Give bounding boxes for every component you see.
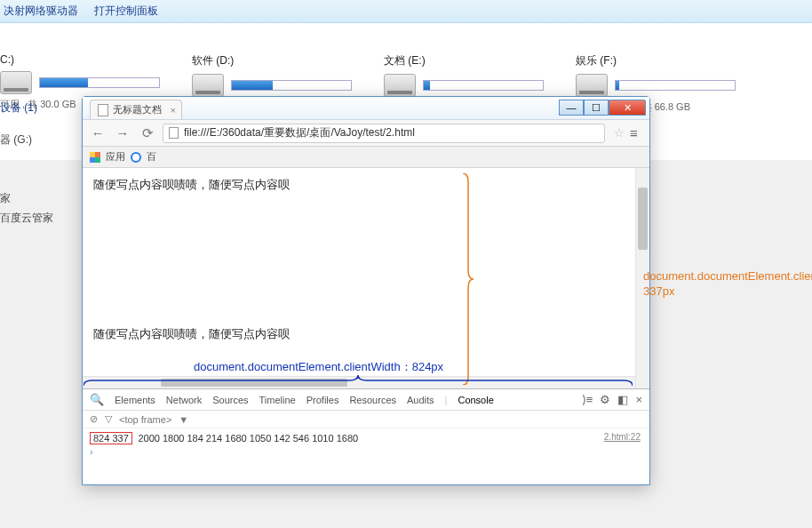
hdd-icon — [384, 74, 416, 97]
hdd-icon — [576, 74, 608, 97]
console-output: 2000 1800 184 214 1680 1050 142 546 1010… — [138, 433, 358, 444]
annotation-client-height: document.documentElement.clientHeight：33… — [643, 268, 812, 298]
address-bar[interactable]: file:///E:/360data/重要数据/桌面/VaJoy/test/2.… — [163, 124, 605, 143]
devtools-panel: 🔍 Elements Network Sources Timeline Prof… — [83, 388, 649, 469]
sidebar-devices[interactable]: 设备 (1) — [0, 98, 53, 117]
devtools-tab-sources[interactable]: Sources — [212, 395, 248, 405]
height-brace-icon — [461, 173, 474, 385]
console-prompt[interactable]: › — [90, 446, 642, 457]
forward-button[interactable]: → — [113, 124, 132, 143]
baidu-label[interactable]: 百 — [147, 150, 156, 164]
devtools-tab-resources[interactable]: Resources — [349, 395, 396, 405]
sidebar-drive-g[interactable]: 器 (G:) — [0, 130, 53, 149]
baidu-icon[interactable] — [131, 152, 141, 163]
devtools-tab-profiles[interactable]: Profiles — [306, 395, 339, 405]
devtools-tab-network[interactable]: Network — [166, 395, 202, 405]
minimize-button[interactable]: — — [559, 100, 584, 116]
control-panel-button[interactable]: 打开控制面板 — [94, 4, 158, 19]
dropdown-arrow-icon[interactable]: ▼ — [179, 414, 188, 425]
browser-tab[interactable]: 无标题文档 × — [90, 100, 182, 119]
map-drive-button[interactable]: 决射网络驱动器 — [4, 4, 78, 19]
page-viewport: 随便写点内容呗啧啧，随便写点内容呗 随便写点内容呗啧啧，随便写点内容呗 — [83, 168, 649, 388]
file-icon — [98, 104, 108, 116]
drive-label: 软件 (D:) — [192, 53, 352, 68]
devtools-tab-audits[interactable]: Audits — [407, 395, 434, 405]
console-drawer-icon[interactable]: ⟩≡ — [582, 393, 593, 406]
maximize-button[interactable]: ☐ — [584, 100, 609, 116]
settings-gear-icon[interactable]: ⚙ — [600, 393, 610, 406]
file-icon — [169, 127, 179, 139]
drive-usage-bar — [423, 80, 544, 91]
width-brace-icon — [84, 373, 633, 388]
page-text: 随便写点内容呗啧啧，随便写点内容呗 — [93, 326, 639, 342]
drive-label: 娱乐 (F:) — [576, 53, 736, 68]
bookmark-star-icon[interactable]: ☆ — [614, 126, 625, 140]
drive-label: 文档 (E:) — [384, 53, 544, 68]
hdd-icon — [192, 74, 224, 97]
drive-usage-bar — [39, 77, 160, 88]
close-devtools-icon[interactable]: × — [635, 393, 642, 406]
close-button[interactable]: ✕ — [609, 100, 646, 116]
clear-console-icon[interactable]: ⊘ — [90, 413, 98, 425]
url-text: file:///E:/360data/重要数据/桌面/VaJoy/test/2.… — [184, 125, 415, 140]
inspect-icon[interactable]: 🔍 — [90, 393, 104, 406]
annotation-client-width: document.documentElement.clientWidth：824… — [194, 359, 443, 375]
console-source-link[interactable]: 2.html:22 — [604, 432, 641, 442]
drive-usage-bar — [615, 80, 736, 91]
menu-icon[interactable]: ≡ — [630, 125, 644, 140]
apps-label[interactable]: 应用 — [106, 150, 125, 164]
reload-button[interactable]: ⟳ — [138, 124, 157, 143]
apps-icon[interactable] — [90, 152, 100, 163]
drive-usage-bar — [231, 80, 352, 91]
frame-selector[interactable]: <top frame> — [119, 414, 171, 425]
hdd-icon — [0, 71, 32, 94]
devtools-tab-console[interactable]: Console — [458, 395, 493, 405]
sidebar-home[interactable]: 家 — [0, 188, 53, 208]
page-text: 随便写点内容呗啧啧，随便写点内容呗 — [93, 177, 639, 193]
drive-label: C:) — [0, 53, 160, 66]
devtools-tab-timeline[interactable]: Timeline — [259, 395, 296, 405]
browser-window: 无标题文档 × — ☐ ✕ ← → ⟳ file:///E:/360data/重… — [82, 96, 650, 485]
sidebar-baidu[interactable]: 百度云管家 — [0, 208, 53, 228]
back-button[interactable]: ← — [88, 124, 107, 143]
dock-icon[interactable]: ◧ — [617, 393, 628, 406]
filter-icon[interactable]: ▽ — [105, 413, 112, 425]
devtools-tab-elements[interactable]: Elements — [115, 395, 155, 405]
tab-title: 无标题文档 — [113, 103, 162, 116]
close-tab-icon[interactable]: × — [171, 105, 176, 116]
console-highlight: 824 337 — [90, 432, 132, 444]
